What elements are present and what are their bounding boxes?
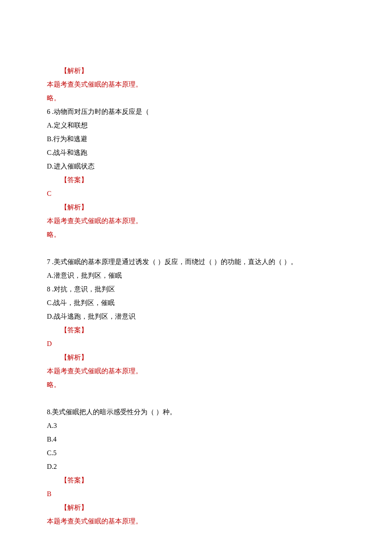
q7-option-d: D.战斗逃跑，批判区，潜意识 xyxy=(47,310,345,323)
q6-stem: 6 .动物而对压力时的基本反应是（ xyxy=(47,105,345,119)
q6-option-a: A.定义和联想 xyxy=(47,119,345,132)
q8-answer-label: 【答案】 xyxy=(47,474,345,487)
q8-analysis-text: 本题考查美式催眠的基本原理。 xyxy=(47,514,345,528)
document-page: 【解析】 本题考查美式催眠的基本原理。 略。 6 .动物而对压力时的基本反应是（… xyxy=(0,0,392,554)
q6-answer-label: 【答案】 xyxy=(47,173,345,187)
q5-omit: 略。 xyxy=(47,91,345,105)
q7-answer-label: 【答案】 xyxy=(47,323,345,337)
blank-line xyxy=(47,392,345,405)
q5-analysis-text: 本题考查美式催眠的基本原理。 xyxy=(47,78,345,91)
q8-option-a: A.3 xyxy=(47,419,345,433)
q8-option-b: B.4 xyxy=(47,433,345,446)
q6-option-d: D.进入催眠状态 xyxy=(47,160,345,173)
q6-analysis-label: 【解析】 xyxy=(47,200,345,214)
q6-analysis-text: 本题考查美式催眠的基本原理。 xyxy=(47,214,345,228)
q6-answer: C xyxy=(47,187,345,200)
q7-analysis-text: 本题考查美式催眠的基本原理。 xyxy=(47,364,345,378)
q7-option-b: 8 .对抗，意识，批判区 xyxy=(47,282,345,296)
q7-option-c: C.战斗，批判区，催眠 xyxy=(47,296,345,310)
q7-answer: D xyxy=(47,337,345,351)
q8-option-d: D.2 xyxy=(47,460,345,474)
q5-analysis-label: 【解析】 xyxy=(47,64,345,78)
q7-stem: 7 .美式催眠的基本原理是通过诱发（ ）反应，而绕过（ ）的功能，直达人的（ ）… xyxy=(47,255,345,269)
q8-answer: B xyxy=(47,487,345,501)
q6-omit: 略。 xyxy=(47,228,345,241)
q7-option-a: A.潜意识，批判区，催眠 xyxy=(47,269,345,282)
q8-analysis-label: 【解析】 xyxy=(47,501,345,514)
q8-stem: 8.美式催眠把人的暗示感受性分为（ ）种。 xyxy=(47,405,345,419)
q7-omit: 略。 xyxy=(47,378,345,392)
q6-option-c: C.战斗和逃跑 xyxy=(47,146,345,160)
blank-line xyxy=(47,241,345,255)
q7-analysis-label: 【解析】 xyxy=(47,351,345,364)
q8-option-c: C.5 xyxy=(47,446,345,460)
q6-option-b: B.行为和逃避 xyxy=(47,132,345,146)
